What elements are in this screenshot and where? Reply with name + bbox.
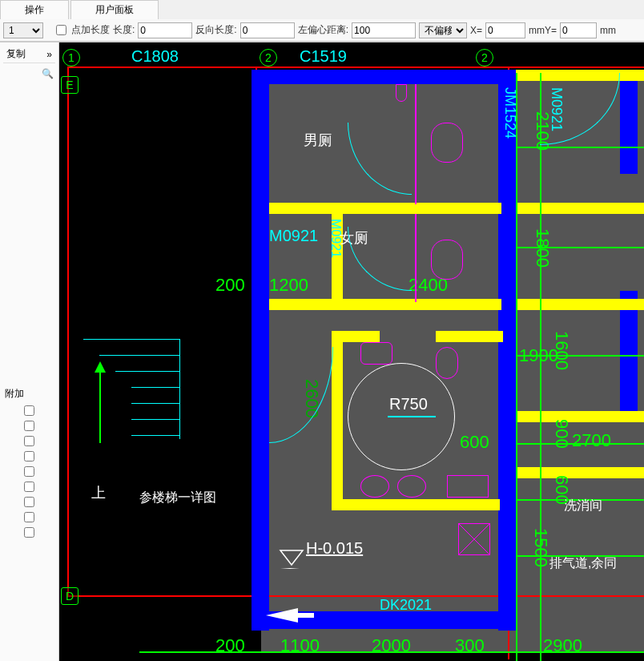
cad-canvas[interactable]: 1 2 2 E D C1808 C1519 M0921 M0921 JM1524… bbox=[59, 42, 644, 661]
ref-c1519: C1519 bbox=[300, 47, 347, 66]
wall-y bbox=[516, 411, 644, 422]
txt-stair: 参楼梯一详图 bbox=[139, 490, 216, 506]
cb6[interactable] bbox=[10, 482, 49, 492]
red-line bbox=[67, 595, 644, 597]
chk-label: 点加长度 bbox=[71, 23, 110, 37]
wall-blue bbox=[252, 70, 269, 631]
len-input[interactable] bbox=[138, 22, 192, 38]
dropdown-1[interactable]: 1 bbox=[3, 22, 43, 38]
wall-y bbox=[332, 499, 500, 510]
stair bbox=[99, 355, 179, 356]
stair bbox=[131, 403, 179, 404]
dim-1500: 1500 bbox=[530, 528, 551, 567]
room-male: 男厕 bbox=[304, 131, 332, 150]
axis-e: E bbox=[61, 76, 78, 94]
grid-line bbox=[540, 73, 541, 661]
len-label: 长度: bbox=[113, 23, 135, 37]
dim-1800: 1800 bbox=[532, 228, 553, 268]
chk-add-length[interactable] bbox=[56, 25, 66, 35]
stair bbox=[115, 371, 179, 372]
axis-d: D bbox=[61, 587, 78, 605]
dim-300: 300 bbox=[455, 635, 485, 656]
wall-blue bbox=[252, 70, 516, 84]
axis-2: 2 bbox=[260, 49, 277, 67]
cb8[interactable] bbox=[10, 512, 49, 522]
txt-up: 上 bbox=[91, 483, 106, 502]
shelf bbox=[447, 475, 489, 498]
dim-1100: 1100 bbox=[280, 635, 320, 656]
dim-2900: 2900 bbox=[543, 635, 582, 656]
offset-select[interactable]: 不偏移 bbox=[419, 22, 467, 38]
stair-vert bbox=[179, 339, 180, 439]
wall-blue bbox=[620, 70, 638, 174]
cb1[interactable] bbox=[10, 405, 49, 416]
rev-label: 反向长度: bbox=[195, 23, 236, 37]
cb4[interactable] bbox=[10, 451, 49, 461]
up-arrowhead bbox=[95, 361, 106, 373]
unit-label: mm bbox=[600, 25, 616, 36]
txt-duct: 排气道,余同 bbox=[549, 555, 617, 572]
dim-900: 900 bbox=[551, 419, 572, 449]
stair bbox=[83, 339, 179, 340]
axis-2b: 2 bbox=[476, 49, 493, 67]
wall-y bbox=[436, 331, 503, 342]
wall-y bbox=[516, 299, 644, 310]
chevron-right-icon: » bbox=[46, 49, 52, 60]
ref-m0921: M0921 bbox=[269, 227, 318, 245]
wall-blue bbox=[498, 70, 516, 631]
x-input[interactable] bbox=[485, 22, 525, 38]
copy-button[interactable]: 复制 » bbox=[3, 46, 55, 63]
drain-x bbox=[458, 523, 490, 555]
cb5[interactable] bbox=[10, 466, 49, 477]
toilet-female bbox=[431, 240, 463, 280]
tab-operation[interactable]: 操作 bbox=[0, 0, 69, 19]
partition bbox=[415, 214, 417, 302]
wall-y bbox=[516, 467, 644, 478]
sink3 bbox=[397, 475, 426, 498]
ref-jm: JM1524 bbox=[501, 87, 518, 139]
section-arrow bbox=[266, 608, 314, 623]
partition bbox=[415, 84, 417, 204]
red-line bbox=[67, 67, 644, 68]
y-label: mmY= bbox=[529, 25, 557, 36]
tab-user-panel[interactable]: 用户面板 bbox=[70, 0, 159, 19]
txt-level: H-0.015 bbox=[306, 539, 363, 558]
sink1 bbox=[360, 342, 392, 365]
attach-label: 附加 bbox=[3, 385, 55, 402]
stair bbox=[131, 387, 179, 388]
search-icon[interactable]: 🔍 bbox=[42, 68, 54, 79]
left-label: 左偏心距离: bbox=[298, 23, 348, 37]
axis-1: 1 bbox=[62, 49, 80, 67]
cb9[interactable] bbox=[10, 527, 49, 538]
y-input[interactable] bbox=[560, 22, 597, 38]
stair bbox=[131, 435, 179, 436]
dim-1200: 1200 bbox=[269, 275, 308, 296]
svg-marker-3 bbox=[266, 608, 314, 623]
cb7[interactable] bbox=[10, 497, 49, 507]
ref-dk2021: DK2021 bbox=[380, 597, 432, 614]
left-input[interactable] bbox=[352, 22, 416, 38]
svg-marker-2 bbox=[280, 550, 303, 565]
x-label: X= bbox=[470, 25, 482, 36]
wall-y bbox=[516, 203, 644, 214]
radius-arrow bbox=[388, 416, 436, 417]
dim-200a: 200 bbox=[215, 275, 245, 296]
level-triangle bbox=[276, 549, 308, 570]
dim-600b: 600 bbox=[460, 432, 489, 453]
dim-200b: 200 bbox=[215, 635, 245, 656]
wc bbox=[436, 347, 458, 379]
toilet-male bbox=[431, 123, 463, 163]
dim-600: 600 bbox=[551, 475, 572, 505]
urinal bbox=[396, 84, 407, 102]
cb2[interactable] bbox=[10, 421, 49, 431]
cb3[interactable] bbox=[10, 436, 49, 446]
dim-2000: 2000 bbox=[372, 635, 411, 656]
sink2 bbox=[360, 475, 389, 498]
wall-y bbox=[269, 203, 501, 214]
side-panel: 复制 » 🔍 附加 bbox=[0, 42, 59, 661]
dim-1600: 1600 bbox=[551, 331, 572, 370]
wall-y bbox=[332, 331, 343, 507]
stair bbox=[131, 419, 179, 420]
up-arrow bbox=[99, 363, 101, 443]
rev-input[interactable] bbox=[240, 22, 295, 38]
